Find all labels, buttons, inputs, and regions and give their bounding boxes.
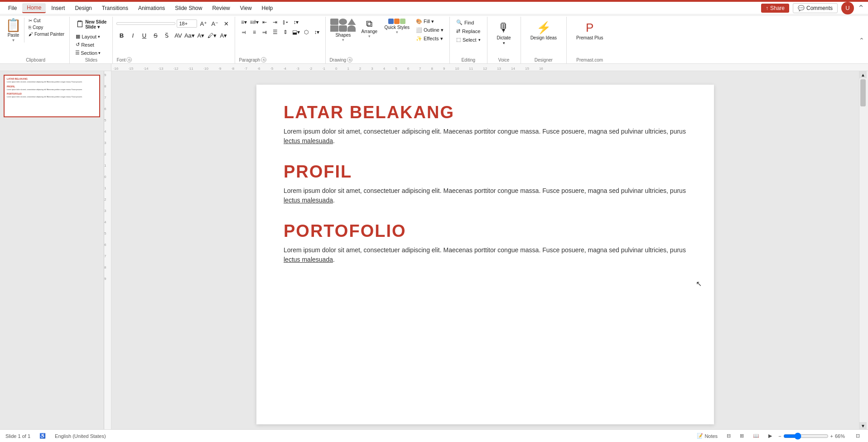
arrange-icon: ⧉ bbox=[366, 19, 372, 29]
new-slide-button[interactable]: 🗒 New Slide Slide ▾ bbox=[73, 18, 109, 31]
line-spacing-button[interactable]: ↕▾ bbox=[291, 18, 301, 27]
user-avatar[interactable]: U bbox=[841, 2, 854, 14]
underline-button[interactable]: U bbox=[139, 30, 149, 40]
font-size-input[interactable]: 18+ bbox=[177, 19, 197, 28]
ribbon-content: 📋 Paste ▾ ✂ Cut ⎘ Copy 🖌 Format P bbox=[0, 15, 868, 63]
clear-formatting-button[interactable]: ✕ bbox=[221, 19, 231, 29]
increase-indent-button[interactable]: ⇥ bbox=[270, 18, 280, 27]
menu-slideshow[interactable]: Slide Show bbox=[170, 4, 207, 13]
text-direction-button[interactable]: ⇕ bbox=[280, 28, 290, 37]
menu-review[interactable]: Review bbox=[207, 4, 234, 13]
justify-button[interactable]: ☰ bbox=[270, 28, 280, 37]
character-spacing-button[interactable]: AV bbox=[173, 30, 183, 40]
section-3-link[interactable]: lectus malesuada bbox=[284, 256, 333, 263]
shadow-button[interactable]: S̈ bbox=[162, 30, 172, 40]
font-size-increase-button[interactable]: A⁺ bbox=[198, 19, 208, 29]
zoom-out-button[interactable]: − bbox=[778, 433, 781, 439]
drawing-effects: 🎨 Fill ▾ ⬜ Outline ▾ ✨ Effects ▾ bbox=[414, 18, 446, 43]
text-shadow-button[interactable]: A▾ bbox=[218, 30, 228, 40]
slide[interactable]: LATAR BELAKANG Lorem ipsum dolor sit ame… bbox=[256, 85, 714, 424]
bullets-button[interactable]: ≡▾ bbox=[239, 18, 249, 27]
arrange-button[interactable]: ⧉ Arrange ▾ bbox=[358, 18, 380, 39]
drawing-group: Shapes ▾ ⧉ Arrange ▾ Qu bbox=[326, 17, 450, 63]
shape-effects-button[interactable]: ✨ Effects ▾ bbox=[414, 35, 446, 43]
slide-sorter-button[interactable]: ⊞ bbox=[737, 432, 747, 440]
italic-button[interactable]: I bbox=[128, 30, 138, 40]
numbering-button[interactable]: ≡#▾ bbox=[249, 18, 259, 27]
share-button[interactable]: ↑ Share bbox=[761, 4, 789, 13]
font-dialog-launcher[interactable]: ⎋ bbox=[126, 57, 132, 62]
align-center-button[interactable]: ≡ bbox=[249, 28, 259, 37]
shape-fill-button[interactable]: 🎨 Fill ▾ bbox=[414, 18, 446, 25]
decrease-indent-button[interactable]: ⇤ bbox=[260, 18, 270, 27]
strikethrough-button[interactable]: S bbox=[150, 30, 160, 40]
highlight-color-button[interactable]: 🖊▾ bbox=[207, 30, 217, 40]
quick-styles-button[interactable]: Quick Styles ▾ bbox=[382, 18, 412, 35]
zoom-level[interactable]: 66% bbox=[835, 433, 849, 439]
language[interactable]: English (United States) bbox=[55, 433, 106, 439]
align-text-button[interactable]: ⬓▾ bbox=[291, 28, 301, 37]
dictate-button[interactable]: 🎙 Dictate ▾ bbox=[495, 19, 513, 47]
ribbon-collapse-area: ⌃ bbox=[859, 17, 866, 63]
scroll-down-button[interactable]: ▼ bbox=[859, 422, 867, 429]
editing-group-content: 🔍 Find ⇄ Replace ⬚ Select ▾ bbox=[453, 18, 483, 57]
layout-button[interactable]: ▦ Layout ▾ bbox=[73, 33, 102, 40]
format-painter-button[interactable]: 🖌 Format Painter bbox=[27, 31, 66, 37]
comments-icon: 💬 bbox=[798, 5, 805, 11]
shapes-button[interactable]: Shapes ▾ bbox=[329, 18, 357, 43]
notes-button[interactable]: 📝 Notes bbox=[694, 432, 720, 440]
design-ideas-button[interactable]: ⚡ Design Ideas bbox=[528, 19, 559, 42]
para-spacing-button[interactable]: ↕▾ bbox=[312, 28, 322, 37]
section-button[interactable]: ☰ Section ▾ bbox=[73, 49, 102, 57]
font-size-decrease-button[interactable]: A⁻ bbox=[210, 19, 220, 29]
cut-button[interactable]: ✂ Cut bbox=[27, 18, 66, 24]
select-button[interactable]: ⬚ Select ▾ bbox=[453, 36, 483, 43]
premast-plus-button[interactable]: P Premast Plus bbox=[574, 19, 605, 42]
slideshow-button[interactable]: ▶ bbox=[766, 432, 775, 440]
voice-label: Voice bbox=[491, 57, 517, 62]
paragraph-group: ≡▾ ≡#▾ ⇤ ⇥ ⫿▾ ↕▾ ⫤ ≡ ⫥ ☰ ⇕ ⬓▾ ⬡ ↕▾ bbox=[235, 17, 326, 63]
ribbon-collapse-button[interactable]: ⌃ bbox=[859, 37, 864, 44]
menu-animations[interactable]: Animations bbox=[134, 4, 169, 13]
paragraph-dialog-launcher[interactable]: ⎋ bbox=[261, 57, 266, 62]
scroll-thumb[interactable] bbox=[860, 79, 866, 106]
zoom-in-button[interactable]: + bbox=[830, 433, 833, 439]
reset-button[interactable]: ↺ Reset bbox=[73, 41, 102, 48]
menu-transitions[interactable]: Transitions bbox=[97, 4, 133, 13]
menu-file[interactable]: File bbox=[4, 4, 21, 13]
comments-button[interactable]: 💬 Comments bbox=[793, 3, 838, 13]
design-ideas-icon: ⚡ bbox=[536, 21, 551, 35]
menu-view[interactable]: View bbox=[236, 4, 256, 13]
status-bar: Slide 1 of 1 ♿ English (United States) 📝… bbox=[0, 429, 868, 442]
menu-design[interactable]: Design bbox=[70, 4, 96, 13]
find-button[interactable]: 🔍 Find bbox=[453, 19, 483, 26]
align-right-button[interactable]: ⫥ bbox=[260, 28, 270, 37]
zoom-slider[interactable] bbox=[783, 432, 829, 440]
accessibility-icon[interactable]: ♿ bbox=[39, 433, 46, 439]
font-color-button[interactable]: A▾ bbox=[196, 30, 206, 40]
fit-slide-button[interactable]: ⊡ bbox=[853, 432, 863, 440]
paste-button[interactable]: 📋 Paste ▾ bbox=[5, 18, 24, 43]
menu-insert[interactable]: Insert bbox=[47, 4, 69, 13]
copy-button[interactable]: ⎘ Copy bbox=[27, 24, 66, 30]
section-1-link[interactable]: lectus malesuada bbox=[284, 137, 333, 144]
menu-help[interactable]: Help bbox=[257, 4, 278, 13]
normal-view-button[interactable]: ⊟ bbox=[724, 432, 733, 440]
change-case-button[interactable]: Aa▾ bbox=[184, 30, 194, 40]
align-left-button[interactable]: ⫤ bbox=[239, 28, 249, 37]
slide-thumbnail[interactable]: LATAR BELAKANG Lorem ipsum dolor sit ame… bbox=[4, 75, 100, 117]
reading-view-button[interactable]: 📖 bbox=[750, 432, 762, 440]
font-name-input[interactable] bbox=[116, 22, 175, 25]
collapse-ribbon-button[interactable]: ⌃ bbox=[858, 3, 864, 13]
scroll-up-button[interactable]: ▲ bbox=[859, 71, 867, 78]
menu-home[interactable]: Home bbox=[22, 3, 46, 13]
replace-button[interactable]: ⇄ Replace bbox=[453, 27, 483, 35]
columns-button[interactable]: ⫿▾ bbox=[280, 18, 290, 27]
bold-button[interactable]: B bbox=[116, 30, 126, 40]
section-2-link[interactable]: lectus malesuada bbox=[284, 197, 333, 204]
smart-art-button[interactable]: ⬡ bbox=[301, 28, 311, 37]
drawing-dialog-launcher[interactable]: ⎋ bbox=[347, 57, 352, 62]
editing-group: 🔍 Find ⇄ Replace ⬚ Select ▾ Editing bbox=[450, 17, 487, 63]
shape-outline-button[interactable]: ⬜ Outline ▾ bbox=[414, 26, 446, 34]
clipboard-sub: ✂ Cut ⎘ Copy 🖌 Format Painter bbox=[27, 18, 66, 37]
